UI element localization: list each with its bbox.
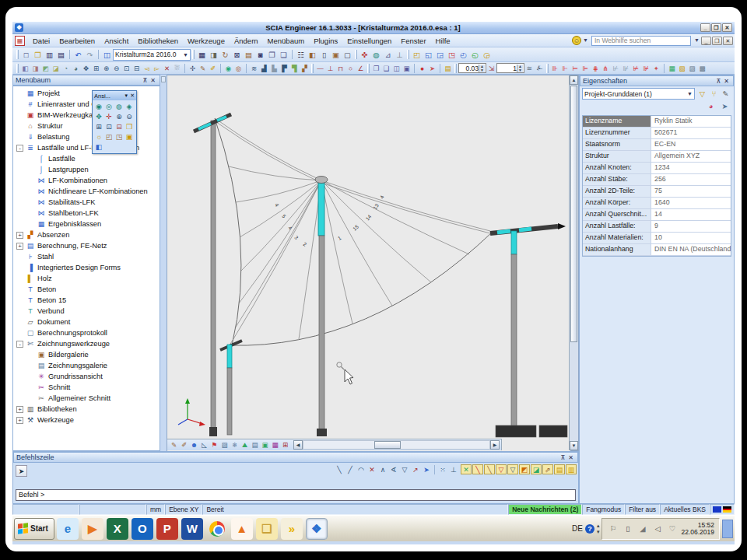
mirror-icon[interactable]: ◫ bbox=[391, 64, 402, 73]
mountain-icon[interactable]: ⛰ bbox=[240, 440, 250, 450]
document-icon[interactable]: ▯ bbox=[318, 49, 330, 60]
command-input[interactable]: Befehl > bbox=[16, 489, 576, 501]
mdi-minimize-button[interactable]: _ bbox=[701, 37, 711, 45]
mdi-close-button[interactable]: ✕ bbox=[723, 37, 733, 45]
tree-item-28[interactable]: ✂Allgemeiner Schnitt bbox=[13, 393, 160, 404]
snap-tangent-icon[interactable]: ↗ bbox=[410, 464, 421, 474]
close-icon[interactable]: ✕ bbox=[722, 78, 731, 85]
xml-io-icon[interactable]: ⊠ bbox=[231, 49, 243, 60]
zoom-all-icon[interactable]: ⊡ bbox=[121, 64, 132, 73]
tree-item-10[interactable]: ⋈Stabilitäts-LFK bbox=[13, 197, 160, 208]
zoom-window-icon[interactable]: ⊞ bbox=[91, 64, 101, 73]
tray-flag-icon[interactable]: ⚐ bbox=[607, 523, 619, 534]
camera-2-icon[interactable]: ◳ bbox=[114, 132, 124, 142]
copy-multi-icon[interactable]: ❐ bbox=[371, 64, 381, 73]
mast-centre[interactable] bbox=[318, 183, 324, 236]
property-value[interactable]: 1234 bbox=[651, 163, 731, 173]
render-mode-icon[interactable]: ◧ bbox=[94, 142, 103, 152]
snap-delete-icon[interactable]: ✕ bbox=[366, 464, 377, 474]
export-icon[interactable]: ◨ bbox=[208, 49, 219, 60]
language-indicator[interactable]: DE bbox=[572, 524, 583, 533]
perpendicular-icon[interactable]: ⊥ bbox=[325, 64, 335, 73]
taskbar-scia-engineer-icon[interactable]: ❖ bbox=[306, 518, 328, 540]
select-lasso-icon[interactable]: ✎ bbox=[198, 64, 208, 73]
scroll-right-icon[interactable]: ▶ bbox=[490, 440, 500, 450]
tree-item-21[interactable]: ▱Dokument bbox=[13, 317, 160, 327]
hatch-icon[interactable]: ▨ bbox=[219, 440, 230, 450]
array-icon[interactable]: ▣ bbox=[402, 64, 412, 73]
tree-item-24[interactable]: ▣Bildergalerie bbox=[13, 349, 160, 360]
status-new-messages[interactable]: Neue Nachrichten (2) bbox=[508, 504, 582, 515]
tree-item-12[interactable]: ▦Ergebnisklassen bbox=[13, 219, 160, 229]
property-value[interactable]: Ryklin Statik bbox=[651, 116, 731, 127]
filter-icon[interactable]: ▽ bbox=[696, 89, 708, 100]
view-z-icon[interactable]: ◩ bbox=[40, 64, 51, 73]
status-bks[interactable]: Aktuelles BKS bbox=[660, 504, 710, 515]
line-icon[interactable]: — bbox=[315, 64, 325, 73]
show-desktop-button[interactable] bbox=[722, 520, 733, 538]
printer-icon[interactable]: ☷ bbox=[295, 49, 307, 60]
view-y-icon[interactable]: ◨ bbox=[30, 64, 40, 73]
load-move-icon[interactable]: ✦ bbox=[651, 64, 661, 73]
select-cursor-icon[interactable]: ✢ bbox=[188, 64, 198, 73]
angle-icon[interactable]: ∠ bbox=[356, 64, 366, 73]
hinge-1-icon[interactable]: ▨ bbox=[687, 64, 697, 73]
hinge-2-icon[interactable]: ▩ bbox=[697, 64, 707, 73]
search-dropdown-icon[interactable]: ▼ bbox=[693, 36, 701, 46]
new-file-icon[interactable]: □ bbox=[20, 49, 32, 60]
dot-snap-icon[interactable]: ● bbox=[417, 64, 427, 73]
tree-item-22[interactable]: ▢Berechnungsprotokoll bbox=[13, 327, 160, 338]
shading-icon[interactable]: ⛆ bbox=[172, 64, 182, 73]
tree-item-11[interactable]: ⋈Stahlbeton-LFK bbox=[13, 208, 160, 219]
grid-small-icon[interactable]: ⊞ bbox=[280, 440, 290, 450]
clipboard-icon[interactable]: ▤ bbox=[243, 49, 254, 60]
tree-item-29[interactable]: +▥Bibliotheken bbox=[13, 404, 160, 415]
undo-icon[interactable]: ↶ bbox=[72, 49, 84, 60]
snap-line-icon[interactable]: ╲ bbox=[334, 464, 345, 474]
project-combobox[interactable]: Kristalturm2a 2016.0 ▼ bbox=[113, 49, 191, 61]
edit-pen-icon[interactable]: ✐ bbox=[179, 440, 189, 450]
view-x-icon[interactable]: ◧ bbox=[20, 64, 30, 73]
panel-splitter[interactable] bbox=[160, 75, 167, 451]
teamwork-icon[interactable]: ▦ bbox=[196, 49, 208, 60]
pan-icon[interactable]: ✥ bbox=[81, 64, 91, 73]
zoom-cursor-4-icon[interactable]: ◈ bbox=[124, 102, 134, 111]
taskbar-exports-tool-icon[interactable]: » bbox=[281, 518, 303, 540]
zoom-in-icon[interactable]: ⊕ bbox=[101, 64, 111, 73]
webhelp-search-input[interactable] bbox=[591, 36, 691, 46]
tray-volume-icon[interactable]: ◁ bbox=[651, 523, 663, 534]
taskbar-excel-icon[interactable]: X bbox=[107, 518, 128, 540]
snap-mode-1-icon[interactable]: ✕ bbox=[461, 464, 472, 474]
load-f1-icon[interactable]: ⊪ bbox=[550, 64, 560, 73]
tree-expander-icon[interactable]: + bbox=[16, 232, 23, 239]
fly-mode-icon[interactable]: ➤ bbox=[427, 64, 437, 73]
tree-item-0[interactable]: ▦Projekt bbox=[13, 88, 160, 99]
window-tile-icon[interactable]: ❏ bbox=[278, 49, 289, 60]
fit-scale-icon[interactable]: ≅ bbox=[524, 64, 535, 73]
tree-item-30[interactable]: +⚒Werkzeuge bbox=[13, 415, 160, 425]
clipping-box-icon[interactable]: ✕ bbox=[162, 64, 172, 73]
workspace-3-icon[interactable]: ◲ bbox=[434, 49, 446, 60]
load-t2-icon[interactable]: ⊮ bbox=[621, 64, 631, 73]
snap-endpoint-icon[interactable]: ∧ bbox=[377, 464, 388, 474]
window-cascade-icon[interactable]: ❐ bbox=[266, 49, 278, 60]
view-stored-icon[interactable]: ▻ bbox=[152, 64, 162, 73]
taskbar-word-icon[interactable]: W bbox=[181, 518, 203, 540]
property-row-7[interactable]: Anzahl Körper:1640 bbox=[583, 198, 731, 209]
model-viewport[interactable]: 4543211514134 ▲ bbox=[167, 75, 579, 451]
vertical-scrollbar[interactable]: ▲ ▼ bbox=[569, 75, 578, 450]
redo-icon[interactable]: ↷ bbox=[84, 49, 96, 60]
menu-ansicht[interactable]: Ansicht bbox=[100, 36, 133, 46]
workspace-5-icon[interactable]: ◴ bbox=[458, 49, 469, 60]
menu-aendern[interactable]: Ändern bbox=[230, 36, 263, 46]
tree-item-27[interactable]: ✂Schnitt bbox=[13, 382, 160, 393]
zoom-out-icon[interactable]: ⊖ bbox=[124, 112, 134, 121]
property-value[interactable]: 502671 bbox=[651, 128, 731, 138]
tray-expand-icon[interactable]: ▴▾ bbox=[597, 523, 600, 535]
rectangle-icon[interactable]: ⊓ bbox=[335, 64, 345, 73]
texture-icon[interactable]: ▦ bbox=[270, 440, 280, 450]
circle-icon[interactable]: ○ bbox=[345, 64, 356, 73]
properties-combobox[interactable]: Projekt-Grunddaten (1) ▼ bbox=[582, 88, 695, 100]
zoom-selection-icon[interactable]: ⊟ bbox=[114, 122, 124, 131]
snap-mode-9-icon[interactable]: ▤ bbox=[554, 464, 565, 474]
